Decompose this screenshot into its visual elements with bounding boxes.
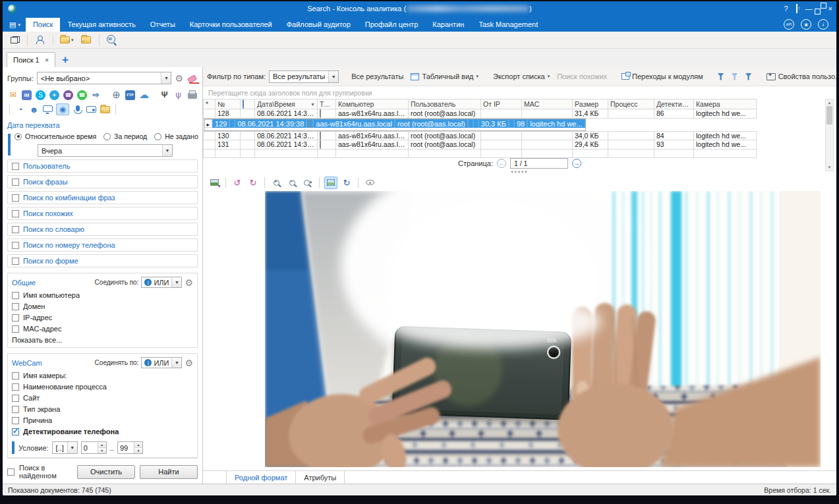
microphone-channel-icon[interactable]: [72, 104, 83, 115]
import-search-button[interactable]: ←: [78, 33, 94, 47]
export-search-button[interactable]: →▾: [58, 33, 76, 47]
zoom-menu-button[interactable]: ▾: [301, 177, 314, 189]
device-audit-icon[interactable]: [86, 104, 97, 115]
checkbox[interactable]: [12, 210, 19, 217]
add-tab-button[interactable]: +: [55, 54, 75, 67]
col-num[interactable]: №: [216, 99, 241, 109]
scroll-up-icon[interactable]: ▲: [828, 99, 832, 106]
webcam-join-select[interactable]: |ИЛИ▼: [141, 357, 182, 368]
webcam-item-phone-detection[interactable]: Детектирование телефона: [12, 428, 193, 435]
modules-button[interactable]: Переходы к модулям: [620, 71, 705, 82]
checkbox-checked[interactable]: [12, 428, 19, 435]
spin-up-icon[interactable]: ▲: [98, 442, 106, 448]
webcam-channel-icon-selected[interactable]: ◉: [56, 103, 69, 115]
info-icon[interactable]: i: [818, 19, 828, 30]
filter-type-select[interactable]: Все результаты▼: [269, 70, 339, 83]
whatsapp-channel-icon[interactable]: ☎: [76, 90, 88, 100]
filter-funnel-button[interactable]: [716, 72, 726, 82]
filter-item-phone-number[interactable]: Поиск по номеру телефона: [7, 238, 198, 252]
tab-quarantine[interactable]: Карантин: [425, 18, 471, 32]
spin-up-icon[interactable]: ▲: [134, 442, 142, 448]
checkbox[interactable]: [12, 194, 19, 202]
checkbox[interactable]: [12, 417, 19, 424]
radio-relative-time[interactable]: [14, 133, 22, 140]
search-by-id-button[interactable]: ID: [104, 33, 120, 47]
user-properties-button[interactable]: Свойства пользо...: [765, 71, 836, 82]
table-row[interactable]: 128 08.06.2021 14:39:41 aas-w81x64ru.aas…: [204, 109, 757, 119]
checkbox[interactable]: [12, 292, 19, 299]
tab-user-cards[interactable]: Карточки пользователей: [183, 18, 279, 32]
webcam-item-site[interactable]: Сайт: [12, 394, 193, 402]
filter-item-phrase[interactable]: Поиск фразы: [7, 175, 198, 188]
table-row[interactable]: 131 08.06.2021 14:39:33 aas-w81x64ru.aas…: [204, 140, 757, 150]
pin-panel-button[interactable]: [796, 4, 797, 13]
webcam-item-process-name[interactable]: Наименование процесса: [12, 383, 193, 391]
api-icon[interactable]: API: [784, 19, 794, 30]
zoom-reset-button[interactable]: ↻: [340, 177, 353, 189]
col-from-ip[interactable]: От IP: [481, 99, 522, 109]
clear-funnel-button[interactable]: [730, 72, 740, 82]
app-menu-button[interactable]: ▤▾: [5, 18, 26, 32]
rotate-right-button[interactable]: ↻: [246, 177, 260, 189]
skype-channel-icon[interactable]: S: [35, 90, 46, 100]
gear-icon[interactable]: ⚙: [185, 278, 193, 287]
find-button[interactable]: Найти: [140, 465, 198, 479]
table-view-button[interactable]: Табличный вид▾: [409, 71, 480, 82]
condition-from-stepper[interactable]: 0▲▼: [81, 441, 107, 454]
col-filetype[interactable]: Тип фа: [318, 99, 336, 109]
gear-icon[interactable]: ⚙: [185, 358, 193, 368]
spin-down-icon[interactable]: ▼: [98, 448, 106, 453]
lync-channel-icon[interactable]: ⇨: [90, 90, 101, 100]
radio-not-set[interactable]: [154, 133, 161, 140]
checkbox[interactable]: [12, 406, 19, 413]
common-item-computer[interactable]: Имя компьютера: [12, 291, 193, 299]
user-activity-icon[interactable]: ☻: [28, 104, 40, 115]
usb-device-icon[interactable]: Ψ: [159, 90, 170, 100]
common-item-ip[interactable]: IP-адрес: [12, 314, 193, 322]
add-funnel-button[interactable]: [743, 72, 754, 82]
zoom-in-button[interactable]: +: [270, 177, 283, 189]
filter-item-dictionary[interactable]: Поиск по словарю: [7, 223, 198, 236]
eraser-icon[interactable]: [187, 74, 197, 83]
folder-transfer-icon[interactable]: ←: [100, 104, 111, 115]
condition-to-stepper[interactable]: 99▲▼: [117, 441, 143, 454]
minimize-button[interactable]: —: [805, 4, 813, 13]
webcam-item-screen-type[interactable]: Тип экрана: [12, 405, 193, 413]
telegram-channel-icon[interactable]: ✈: [49, 90, 60, 100]
show-all-link[interactable]: Показать все...: [12, 336, 193, 344]
col-process[interactable]: Процесс: [608, 99, 654, 109]
tab-reports[interactable]: Отчеты: [143, 18, 183, 32]
group-by-hint[interactable]: Перетащите сюда заголовок поля для групп…: [203, 86, 836, 99]
checkbox[interactable]: [12, 395, 19, 402]
col-mac[interactable]: MAC: [522, 99, 573, 109]
device-connections-icon[interactable]: ψ: [173, 90, 184, 100]
help-button[interactable]: ?: [784, 4, 788, 13]
monitor-channel-icon[interactable]: [42, 104, 53, 115]
col-tag[interactable]: [241, 99, 255, 109]
groups-select[interactable]: <Не выбрано>▼: [37, 72, 172, 84]
next-page-button[interactable]: →: [572, 159, 581, 168]
splitter-handle[interactable]: •••••: [203, 169, 836, 175]
common-join-select[interactable]: |ИЛИ▼: [141, 277, 182, 288]
tab-file-auditor[interactable]: Файловый аудитор: [279, 18, 358, 32]
gear-icon[interactable]: ⚙: [175, 74, 183, 83]
search-in-found-checkbox[interactable]: [7, 468, 14, 476]
tab-attributes[interactable]: Атрибуты: [296, 471, 345, 484]
viber-channel-icon[interactable]: ☎: [63, 90, 74, 100]
im-channel-icon[interactable]: IM: [21, 90, 32, 100]
filter-item-phrase-combo[interactable]: Поиск по комбинации фраз: [7, 191, 198, 204]
search-tab-1[interactable]: Поиск 1×: [7, 52, 55, 67]
close-button[interactable]: ×: [828, 4, 832, 13]
checkbox[interactable]: [12, 242, 19, 249]
prev-page-button[interactable]: ←: [497, 159, 506, 168]
export-image-button[interactable]: [208, 177, 221, 189]
tab-native-format[interactable]: Родной формат: [226, 471, 296, 484]
mail-channel-icon[interactable]: ✉: [7, 90, 18, 100]
export-list-button[interactable]: Экспорт списка▾: [491, 71, 552, 82]
spin-down-icon[interactable]: ▼: [134, 448, 142, 453]
all-results-button[interactable]: Все результаты: [349, 71, 405, 82]
tab-current-activity[interactable]: Текущая активность: [60, 18, 142, 32]
http-channel-icon[interactable]: ⊕: [111, 90, 122, 100]
table-row-selected[interactable]: ▸ 129 08.06.2021 14:39:38 aas-w81x64ru.a…: [204, 119, 586, 131]
filter-item-form[interactable]: Поиск по форме: [7, 254, 198, 267]
